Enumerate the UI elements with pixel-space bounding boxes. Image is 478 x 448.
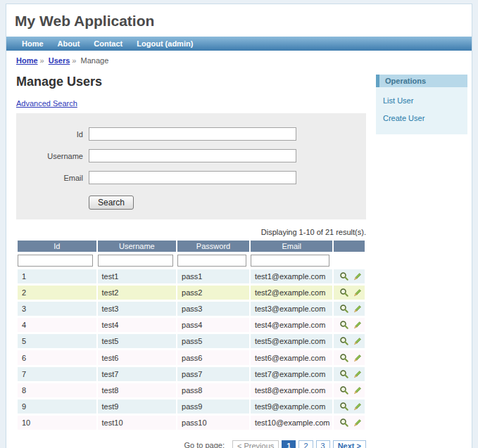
breadcrumb-separator: » xyxy=(40,56,44,65)
operations-portlet-title: Operations xyxy=(376,75,467,87)
table-row[interactable]: 3 test3 pass3 test3@example.com xyxy=(18,302,365,316)
table-row[interactable]: 9 test9 pass9 test9@example.com xyxy=(18,399,365,414)
view-button[interactable] xyxy=(339,353,349,363)
search-field-input[interactable] xyxy=(89,127,296,141)
pager-page[interactable]: 3 xyxy=(316,440,330,448)
main-menu-item[interactable]: Home xyxy=(15,37,51,51)
cell-actions xyxy=(334,416,365,430)
main-menu-link[interactable]: Contact xyxy=(87,37,130,51)
pager-page-link[interactable]: 2 xyxy=(298,440,313,448)
grid-column-header[interactable]: Email xyxy=(251,241,332,252)
update-button[interactable] xyxy=(353,304,363,314)
pager-next[interactable]: Next > xyxy=(333,440,366,448)
grid-filter-input[interactable] xyxy=(177,255,246,267)
sidebar-link[interactable]: Create User xyxy=(383,114,424,122)
main-menu: Home About Contact Logout (admin) xyxy=(6,37,472,51)
pager: Go to page: < Previous 1 2 3 Next > xyxy=(16,440,366,448)
cell-email: test2@example.com xyxy=(251,286,332,300)
view-icon xyxy=(339,336,349,346)
cell-id: 2 xyxy=(18,286,96,300)
table-row[interactable]: 2 test2 pass2 test2@example.com xyxy=(18,286,365,300)
table-row[interactable]: 4 test4 pass4 test4@example.com xyxy=(18,318,365,332)
cell-email: test6@example.com xyxy=(251,350,332,364)
cell-password: pass4 xyxy=(177,318,249,332)
update-button[interactable] xyxy=(353,320,363,330)
update-button[interactable] xyxy=(353,336,363,346)
users-grid: Id Username Password Email xyxy=(16,238,366,432)
pager-page-link[interactable]: 3 xyxy=(316,440,330,448)
update-icon xyxy=(353,418,363,428)
view-button[interactable] xyxy=(339,304,349,314)
search-button[interactable]: Search xyxy=(89,196,134,210)
search-field-input[interactable] xyxy=(89,149,296,162)
table-row[interactable]: 1 test1 pass1 test1@example.com xyxy=(18,269,365,283)
main-menu-item[interactable]: Contact xyxy=(87,37,130,51)
update-button[interactable] xyxy=(353,288,363,297)
cell-id: 7 xyxy=(18,367,96,381)
update-button[interactable] xyxy=(353,271,363,281)
search-field-input[interactable] xyxy=(89,171,296,184)
breadcrumb: Home» Users» Manage xyxy=(6,51,472,69)
update-icon xyxy=(353,369,363,379)
grid-column-header[interactable]: Id xyxy=(18,241,96,252)
view-icon xyxy=(339,320,349,330)
pager-page-link[interactable]: 1 xyxy=(282,440,296,448)
update-button[interactable] xyxy=(353,369,363,379)
grid-body: 1 test1 pass1 test1@example.com xyxy=(18,269,365,430)
cell-id: 6 xyxy=(18,350,96,364)
grid-column-header[interactable]: Password xyxy=(177,241,249,252)
view-button[interactable] xyxy=(339,369,349,379)
view-button[interactable] xyxy=(339,402,349,411)
view-button[interactable] xyxy=(339,385,349,395)
cell-username: test6 xyxy=(98,350,177,364)
main-menu-link[interactable]: Logout (admin) xyxy=(130,37,200,51)
update-button[interactable] xyxy=(353,385,363,395)
table-row[interactable]: 7 test7 pass7 test7@example.com xyxy=(18,367,365,381)
pager-page[interactable]: 1 xyxy=(282,440,296,448)
view-button[interactable] xyxy=(339,320,349,330)
grid-filter-input[interactable] xyxy=(251,255,329,267)
pager-page[interactable]: 2 xyxy=(298,440,313,448)
main-menu-link[interactable]: Home xyxy=(15,37,51,51)
cell-username: test7 xyxy=(98,367,177,381)
cell-actions xyxy=(334,269,365,283)
sidebar-item[interactable]: List User xyxy=(383,94,462,106)
cell-password: pass8 xyxy=(177,383,249,397)
sidebar-item[interactable]: Create User xyxy=(383,111,462,124)
view-button[interactable] xyxy=(339,288,349,297)
grid-column-header[interactable]: Username xyxy=(98,241,177,252)
view-button[interactable] xyxy=(339,271,349,281)
update-button[interactable] xyxy=(353,402,363,411)
cell-password: pass1 xyxy=(177,269,249,283)
update-button[interactable] xyxy=(353,418,363,428)
main-menu-item[interactable]: Logout (admin) xyxy=(130,37,200,51)
table-row[interactable]: 10 test10 pass10 test10@example.com xyxy=(18,416,365,430)
breadcrumb-link[interactable]: Users xyxy=(49,56,70,65)
cell-id: 5 xyxy=(18,334,96,348)
update-button[interactable] xyxy=(353,353,363,363)
view-button[interactable] xyxy=(339,336,349,346)
breadcrumb-link[interactable]: Home xyxy=(16,56,38,65)
grid-filter-input[interactable] xyxy=(98,255,173,267)
cell-actions xyxy=(334,399,365,414)
view-button[interactable] xyxy=(339,418,349,428)
table-row[interactable]: 5 test5 pass5 test5@example.com xyxy=(18,334,365,348)
view-icon xyxy=(339,385,349,395)
main-menu-item[interactable]: About xyxy=(51,37,87,51)
app-title: My Web Application xyxy=(15,13,463,30)
grid-filter-input[interactable] xyxy=(18,255,93,267)
table-row[interactable]: 6 test6 pass6 test6@example.com xyxy=(18,350,365,364)
sidebar-link[interactable]: List User xyxy=(383,96,413,105)
cell-email: test4@example.com xyxy=(251,318,332,332)
cell-username: test10 xyxy=(98,416,177,430)
advanced-search-link[interactable]: Advanced Search xyxy=(16,99,77,108)
update-icon xyxy=(353,288,363,297)
grid-filter-actions-cell xyxy=(334,254,365,267)
page: { "header": { "title": "My Web Applicati… xyxy=(0,0,478,448)
cell-password: pass6 xyxy=(177,350,249,364)
view-icon xyxy=(339,353,349,363)
cell-password: pass2 xyxy=(177,286,249,300)
main-menu-link[interactable]: About xyxy=(51,37,87,51)
table-row[interactable]: 8 test8 pass8 test8@example.com xyxy=(18,383,365,397)
breadcrumb-separator: » xyxy=(72,56,76,65)
